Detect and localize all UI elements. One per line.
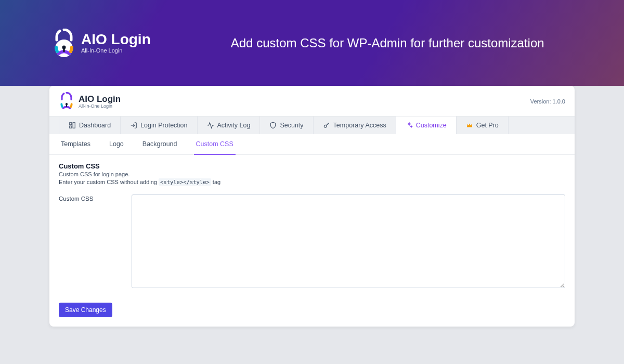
hero-logo-subtitle: All-In-One Login: [81, 48, 151, 54]
panel-hint-prefix: Enter your custom CSS without adding: [59, 179, 159, 185]
secondary-tabs: Templates Logo Background Custom CSS: [49, 134, 575, 155]
panel-hint-suffix: tag: [211, 179, 220, 185]
hero-logo-icon: [52, 29, 76, 58]
tab-get-pro[interactable]: Get Pro: [457, 116, 509, 134]
panel-hint: Enter your custom CSS without adding <st…: [59, 179, 565, 185]
subtab-templates[interactable]: Templates: [59, 134, 93, 155]
custom-css-form-row: Custom CSS: [59, 194, 565, 288]
tab-temporary-access-label: Temporary Access: [333, 122, 386, 129]
custom-css-panel: Custom CSS Custom CSS for login page. En…: [49, 155, 575, 327]
tab-login-protection[interactable]: Login Protection: [121, 116, 197, 134]
subtab-logo-label: Logo: [109, 140, 124, 148]
hero-banner: AIO Login All-In-One Login Add custom CS…: [0, 0, 624, 86]
hero-headline: Add custom CSS for WP-Admin for further …: [231, 36, 544, 50]
tab-temporary-access[interactable]: Temporary Access: [314, 116, 396, 134]
tab-dashboard-label: Dashboard: [79, 122, 111, 129]
subtab-templates-label: Templates: [61, 140, 90, 148]
customize-icon: [406, 122, 413, 129]
key-icon: [323, 122, 330, 129]
svg-point-10: [324, 125, 327, 127]
tab-customize-label: Customize: [416, 122, 447, 129]
card-logo-title: AIO Login: [79, 95, 121, 103]
hero-logo-title: AIO Login: [81, 32, 151, 47]
tab-customize[interactable]: Customize: [396, 116, 457, 134]
card-logo-subtitle: All-In-One Login: [79, 104, 121, 109]
crown-icon: [466, 122, 473, 129]
svg-rect-6: [70, 123, 72, 125]
shield-icon: [269, 122, 277, 129]
tab-security[interactable]: Security: [260, 116, 313, 134]
svg-rect-8: [70, 126, 72, 128]
panel-subtitle: Custom CSS for login page.: [59, 171, 565, 177]
tab-get-pro-label: Get Pro: [476, 122, 499, 129]
card-logo-icon: [59, 92, 74, 111]
settings-card: AIO Login All-In-One Login Version: 1.0.…: [49, 86, 575, 327]
tab-login-protection-label: Login Protection: [140, 122, 187, 129]
panel-title: Custom CSS: [59, 162, 565, 170]
dashboard-icon: [69, 122, 76, 129]
card-header: AIO Login All-In-One Login Version: 1.0.…: [49, 86, 575, 116]
custom-css-textarea[interactable]: [132, 194, 565, 288]
card-logo: AIO Login All-In-One Login: [59, 92, 121, 111]
login-icon: [130, 122, 137, 129]
svg-rect-7: [73, 123, 75, 128]
subtab-logo[interactable]: Logo: [107, 134, 126, 155]
svg-rect-2: [63, 48, 64, 52]
primary-tabs: Dashboard Login Protection Activity Log …: [49, 116, 575, 134]
version-label: Version: 1.0.0: [530, 98, 565, 105]
tab-activity-log[interactable]: Activity Log: [198, 116, 261, 134]
custom-css-field-label: Custom CSS: [59, 194, 132, 202]
hero-logo: AIO Login All-In-One Login: [52, 29, 151, 58]
svg-rect-5: [66, 105, 67, 107]
tab-security-label: Security: [280, 122, 303, 129]
subtab-custom-css[interactable]: Custom CSS: [194, 134, 236, 155]
subtab-background[interactable]: Background: [140, 134, 179, 155]
save-button[interactable]: Save Changes: [59, 303, 112, 317]
activity-icon: [207, 122, 214, 129]
tab-activity-log-label: Activity Log: [217, 122, 251, 129]
tab-dashboard[interactable]: Dashboard: [59, 116, 121, 134]
subtab-custom-css-label: Custom CSS: [196, 140, 233, 148]
subtab-background-label: Background: [142, 140, 177, 148]
panel-hint-tag: <style></style>: [159, 178, 211, 186]
